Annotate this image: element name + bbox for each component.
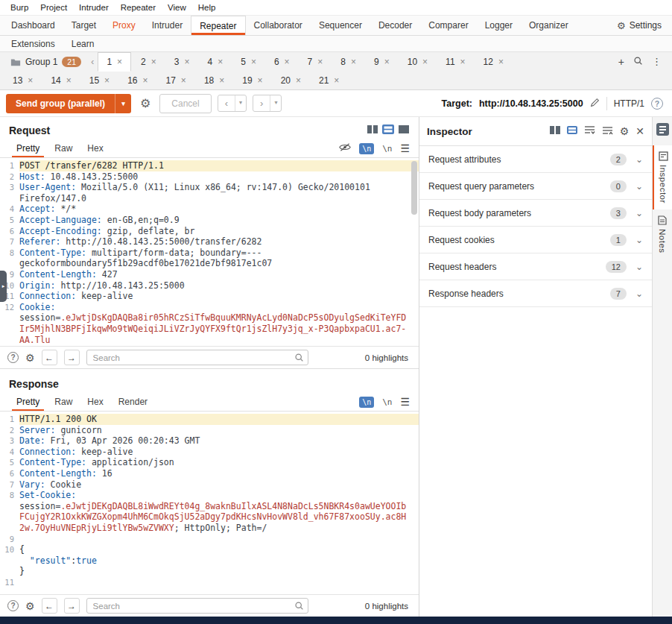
prev-match-button[interactable]: ← xyxy=(42,350,57,365)
send-group-button[interactable]: Send group (parallel) ▾ xyxy=(6,94,131,113)
tab-learn[interactable]: Learn xyxy=(63,36,103,51)
repeater-tab-17[interactable]: 17× xyxy=(158,71,194,89)
close-tab-icon[interactable]: × xyxy=(384,57,390,67)
close-tab-icon[interactable]: × xyxy=(117,57,122,67)
next-match-button[interactable]: → xyxy=(64,598,80,614)
repeater-tab-15[interactable]: 15× xyxy=(81,71,118,89)
tab-comparer[interactable]: Comparer xyxy=(420,16,476,35)
repeater-tab-12[interactable]: 12× xyxy=(475,52,512,71)
close-tab-icon[interactable]: × xyxy=(151,57,156,67)
show-nonprintable-icon[interactable]: \n xyxy=(359,143,374,154)
layout-rows-icon[interactable] xyxy=(382,125,394,136)
response-tab-pretty[interactable]: Pretty xyxy=(9,394,47,410)
collapse-all-icon[interactable] xyxy=(602,125,613,137)
close-tab-icon[interactable]: × xyxy=(28,75,33,86)
close-tab-icon[interactable]: × xyxy=(142,75,148,86)
close-tab-icon[interactable]: × xyxy=(351,57,356,67)
close-inspector-icon[interactable]: ✕ xyxy=(635,125,644,137)
inspector-section-request-query-parameters[interactable]: Request query parameters0⌄ xyxy=(419,173,652,200)
tab-repeater[interactable]: Repeater xyxy=(191,16,245,35)
tab-group-1[interactable]: Group 1 21 xyxy=(4,52,87,71)
response-tab-raw[interactable]: Raw xyxy=(47,394,80,410)
layout-columns-icon[interactable] xyxy=(367,125,378,136)
repeater-tab-3[interactable]: 3× xyxy=(166,52,198,71)
request-tab-hex[interactable]: Hex xyxy=(80,140,110,157)
tab-collaborator[interactable]: Collaborator xyxy=(246,16,311,35)
tab-decoder[interactable]: Decoder xyxy=(370,16,420,35)
repeater-tab-9[interactable]: 9× xyxy=(366,52,398,71)
repeater-tab-8[interactable]: 8× xyxy=(332,52,364,71)
menu-item-help[interactable]: Help xyxy=(192,1,222,13)
back-caret-icon[interactable]: ▾ xyxy=(235,95,246,111)
send-options-caret[interactable]: ▾ xyxy=(115,94,131,113)
expand-sidebar-handle[interactable]: ▸ xyxy=(0,271,7,302)
history-back-button[interactable]: ‹ ▾ xyxy=(218,95,247,112)
rail-dock-icon[interactable] xyxy=(656,123,669,138)
http-version-selector[interactable]: HTTP/1 xyxy=(614,98,644,109)
close-tab-icon[interactable]: × xyxy=(422,57,428,67)
edit-target-icon[interactable] xyxy=(590,98,600,110)
repeater-tab-2[interactable]: 2× xyxy=(133,52,165,71)
close-tab-icon[interactable]: × xyxy=(218,57,223,67)
repeater-tab-21[interactable]: 21× xyxy=(311,71,347,89)
menu-item-burp[interactable]: Burp xyxy=(4,1,34,13)
repeater-tab-16[interactable]: 16× xyxy=(119,71,156,89)
tab-logger[interactable]: Logger xyxy=(477,16,521,35)
inspector-section-request-attributes[interactable]: Request attributes2⌄ xyxy=(419,146,652,173)
close-tab-icon[interactable]: × xyxy=(181,75,186,86)
request-tab-raw[interactable]: Raw xyxy=(47,140,80,157)
repeater-tab-5[interactable]: 5× xyxy=(232,52,264,71)
search-tabs-icon[interactable] xyxy=(633,56,643,68)
request-editor[interactable]: 1POST /transfer/6282 HTTP/1.12Host: 10.4… xyxy=(0,158,419,346)
search-help-icon[interactable]: ? xyxy=(7,600,19,611)
history-forward-button[interactable]: › ▾ xyxy=(253,95,282,112)
close-tab-icon[interactable]: × xyxy=(334,75,339,86)
tab-organizer[interactable]: Organizer xyxy=(521,16,577,35)
close-tab-icon[interactable]: × xyxy=(258,75,263,86)
inspector-settings-icon[interactable]: ⚙ xyxy=(620,125,630,137)
repeater-tab-10[interactable]: 10× xyxy=(399,52,436,71)
search-settings-icon[interactable]: ⚙ xyxy=(25,600,35,612)
tab-settings[interactable]: ⚙ Settings xyxy=(609,16,669,35)
close-tab-icon[interactable]: × xyxy=(104,75,110,86)
repeater-tab-20[interactable]: 20× xyxy=(273,71,309,89)
close-tab-icon[interactable]: × xyxy=(184,57,189,67)
close-tab-icon[interactable]: × xyxy=(285,57,290,67)
layout-single-icon[interactable] xyxy=(398,125,410,136)
inspector-section-request-body-parameters[interactable]: Request body parameters3⌄ xyxy=(419,200,652,227)
search-settings-icon[interactable]: ⚙ xyxy=(25,352,35,364)
add-tab-button[interactable]: + xyxy=(618,56,624,68)
menu-item-intruder[interactable]: Intruder xyxy=(73,1,115,13)
request-scrollbar[interactable] xyxy=(411,161,417,215)
request-search-input[interactable] xyxy=(86,350,308,365)
repeater-tab-11[interactable]: 11× xyxy=(437,52,473,71)
tab-menu-icon[interactable]: ⋮ xyxy=(652,56,662,67)
prev-match-button[interactable]: ← xyxy=(42,598,57,614)
send-settings-gear-icon[interactable]: ⚙ xyxy=(137,96,153,110)
rail-tab-inspector[interactable]: Inspector xyxy=(653,145,672,209)
tab-target[interactable]: Target xyxy=(63,16,104,35)
repeater-tab-1[interactable]: 1× xyxy=(98,52,131,72)
repeater-tab-19[interactable]: 19× xyxy=(234,71,270,89)
repeater-tab-14[interactable]: 14× xyxy=(42,71,79,89)
inspector-layout-columns-icon[interactable] xyxy=(550,126,560,136)
menu-item-repeater[interactable]: Repeater xyxy=(115,1,162,13)
repeater-tab-18[interactable]: 18× xyxy=(196,71,232,89)
inspector-section-request-headers[interactable]: Request headers12⌄ xyxy=(419,253,652,280)
inspector-section-request-cookies[interactable]: Request cookies1⌄ xyxy=(419,227,652,253)
search-help-icon[interactable]: ? xyxy=(7,352,19,363)
close-tab-icon[interactable]: × xyxy=(219,75,224,86)
repeater-tab-13[interactable]: 13× xyxy=(4,71,41,89)
response-search-input[interactable] xyxy=(86,598,308,614)
tab-dashboard[interactable]: Dashboard xyxy=(3,16,63,35)
repeater-tab-7[interactable]: 7× xyxy=(299,52,332,71)
next-match-button[interactable]: → xyxy=(64,350,80,365)
inspector-section-response-headers[interactable]: Response headers7⌄ xyxy=(419,280,652,307)
close-tab-icon[interactable]: × xyxy=(317,57,323,67)
close-tab-icon[interactable]: × xyxy=(460,57,466,67)
forward-caret-icon[interactable]: ▾ xyxy=(270,95,281,111)
close-tab-icon[interactable]: × xyxy=(251,57,256,67)
close-tab-icon[interactable]: × xyxy=(66,75,72,86)
close-tab-icon[interactable]: × xyxy=(498,57,504,67)
tab-intruder[interactable]: Intruder xyxy=(144,16,191,35)
